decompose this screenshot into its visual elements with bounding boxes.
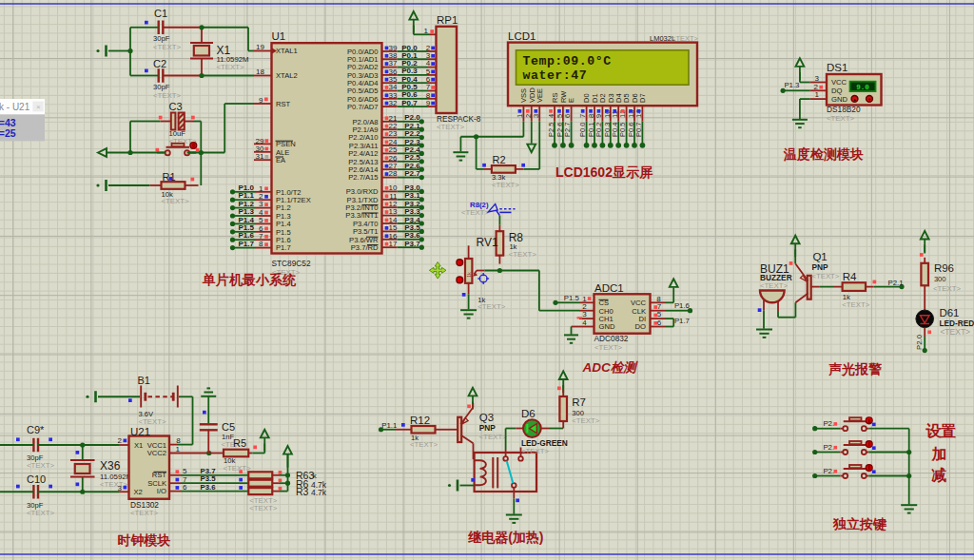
svg-text:P3.6: P3.6 [201, 483, 217, 492]
svg-text:<TEXT>: <TEXT> [139, 417, 166, 426]
svg-text:8: 8 [259, 240, 263, 248]
svg-text:ADC1: ADC1 [594, 282, 624, 294]
svg-text:RS: RS [551, 93, 559, 103]
svg-text:减: 减 [930, 467, 946, 483]
svg-text:P2.7: P2.7 [404, 169, 420, 178]
svg-text:RW: RW [559, 90, 568, 103]
svg-text:U21: U21 [130, 426, 150, 437]
svg-text:<TEXT>: <TEXT> [27, 461, 54, 470]
svg-text:<TEXT>: <TEXT> [933, 284, 961, 293]
svg-text:X1: X1 [134, 441, 143, 450]
svg-text:DS18B20: DS18B20 [827, 105, 861, 114]
svg-text:R3: R3 [296, 486, 309, 497]
svg-text:XTAL1: XTAL1 [276, 47, 298, 55]
svg-text:C5: C5 [222, 421, 235, 433]
svg-text:ADC0832: ADC0832 [594, 334, 629, 343]
svg-text:P1.1: P1.1 [381, 421, 397, 430]
svg-text:P1.6: P1.6 [674, 301, 690, 310]
svg-text:P0.7: P0.7 [634, 123, 643, 137]
svg-text:RV1: RV1 [477, 236, 498, 249]
svg-text:P2.: P2. [823, 467, 834, 475]
svg-text:19: 19 [256, 43, 264, 51]
svg-text:<TEXT>: <TEXT> [594, 343, 622, 352]
svg-text:17: 17 [389, 240, 398, 248]
svg-text:P1.7: P1.7 [239, 240, 255, 248]
svg-text:P2.7: P2.7 [563, 123, 572, 137]
svg-text:<TEXT>: <TEXT> [760, 281, 788, 290]
svg-text:VCC2: VCC2 [147, 449, 166, 457]
svg-text:X36: X36 [100, 459, 121, 473]
svg-text:32: 32 [389, 99, 398, 107]
svg-text:P2.: P2. [823, 419, 834, 428]
svg-text:P0.7: P0.7 [401, 99, 418, 107]
svg-text:<TEXT>: <TEXT> [477, 302, 505, 311]
svg-text:<TEXT>: <TEXT> [461, 208, 489, 217]
svg-text:RP1: RP1 [437, 14, 458, 26]
svg-text:P2.: P2. [823, 443, 834, 452]
svg-text:RST: RST [276, 100, 291, 108]
svg-text:DS1302: DS1302 [130, 500, 159, 510]
svg-text:C2: C2 [153, 58, 166, 69]
svg-text:P1.7: P1.7 [674, 317, 690, 325]
svg-text:P1.7: P1.7 [276, 243, 291, 252]
svg-text:C9*: C9* [27, 424, 45, 435]
svg-text:3: 3 [118, 484, 123, 492]
svg-text:<TEXT>: <TEXT> [153, 91, 181, 100]
svg-text:3: 3 [815, 74, 820, 83]
svg-text:ADC检测: ADC检测 [582, 360, 639, 375]
svg-text:<TEXT>: <TEXT> [224, 464, 251, 473]
svg-text:DO: DO [635, 322, 646, 331]
svg-text:单片机最小系统: 单片机最小系统 [202, 272, 297, 287]
svg-text:D6: D6 [521, 408, 536, 419]
svg-text:5: 5 [555, 114, 564, 118]
svg-text:D7: D7 [638, 93, 647, 103]
svg-text:加: 加 [930, 446, 946, 462]
svg-text:VCC: VCC [831, 78, 847, 87]
svg-text:300: 300 [934, 275, 946, 283]
svg-text:DS1: DS1 [827, 62, 847, 73]
svg-text:GND: GND [599, 322, 615, 331]
svg-text:2: 2 [814, 83, 819, 91]
svg-text:继电器(加热): 继电器(加热) [467, 530, 543, 545]
svg-text:R2: R2 [493, 154, 506, 165]
svg-text:RESPACK-8: RESPACK-8 [437, 114, 481, 124]
svg-text:R4: R4 [843, 271, 857, 282]
svg-text:P2.1: P2.1 [888, 279, 904, 287]
svg-text:water:47: water:47 [523, 68, 588, 83]
svg-text:P2.0: P2.0 [915, 334, 924, 350]
svg-text:R96: R96 [934, 262, 954, 274]
svg-text:独立按键: 独立按键 [832, 516, 886, 531]
svg-text:<TEXT>: <TEXT> [27, 509, 54, 517]
svg-text:<TEXT>: <TEXT> [153, 43, 181, 51]
svg-text:<TEXT>: <TEXT> [217, 63, 244, 71]
svg-text:GND: GND [831, 95, 847, 104]
svg-text:PNP: PNP [811, 262, 828, 272]
svg-text:4: 4 [547, 114, 555, 118]
svg-text:<TEXT>: <TEXT> [130, 509, 158, 517]
svg-text:设置: 设置 [925, 422, 956, 439]
svg-text:R12: R12 [410, 415, 430, 426]
svg-text:P2.5: P2.5 [547, 123, 555, 137]
svg-text:4: 4 [582, 319, 587, 327]
svg-text:1: 1 [176, 445, 181, 454]
svg-text:Q1: Q1 [812, 251, 827, 262]
svg-text:STC89C52: STC89C52 [272, 259, 311, 268]
svg-text:Temp:09.0°C: Temp:09.0°C [523, 54, 612, 68]
svg-text:▲: ▲ [853, 97, 857, 102]
svg-text:U1: U1 [272, 30, 286, 42]
svg-text:<TEXT>: <TEXT> [827, 114, 854, 123]
svg-text:30pF: 30pF [153, 34, 170, 43]
svg-text:X2: X2 [134, 488, 143, 496]
svg-text:P2.7/A15: P2.7/A15 [348, 173, 378, 182]
svg-text:8: 8 [176, 436, 181, 445]
svg-text:P2.6: P2.6 [555, 123, 564, 137]
svg-text:<TEXT>: <TEXT> [492, 181, 519, 189]
svg-text:R7: R7 [572, 396, 586, 408]
svg-text:I/O: I/O [157, 487, 166, 495]
svg-text:9.0: 9.0 [856, 84, 869, 91]
svg-text:R5: R5 [233, 437, 246, 449]
svg-text:↑: ↑ [458, 261, 460, 265]
svg-text:P1.3: P1.3 [784, 81, 799, 89]
svg-text:4=25: 4=25 [0, 127, 16, 139]
svg-text:C1: C1 [154, 8, 167, 19]
